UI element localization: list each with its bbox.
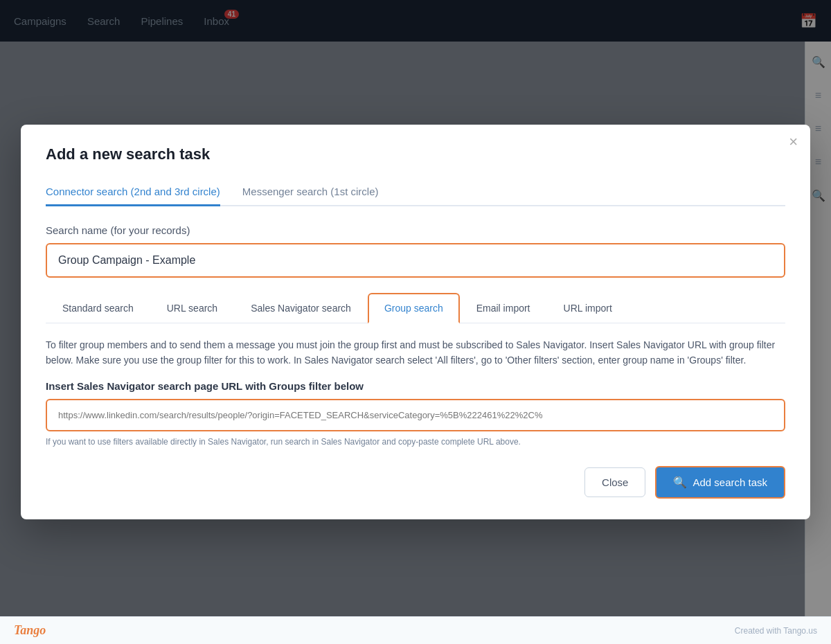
- tango-logo: Tango: [14, 623, 46, 638]
- main-tabs: Connector search (2nd and 3rd circle) Me…: [46, 179, 785, 206]
- url-input[interactable]: [46, 399, 785, 431]
- modal: × Add a new search task Connector search…: [21, 125, 810, 520]
- url-hint: If you want to use filters available dir…: [46, 437, 785, 447]
- add-button-label: Add search task: [692, 476, 767, 488]
- tab-connector-search[interactable]: Connector search (2nd and 3rd circle): [46, 179, 220, 206]
- search-type-tabs: Standard search URL search Sales Navigat…: [46, 293, 785, 323]
- modal-title: Add a new search task: [46, 145, 785, 163]
- url-section-label: Insert Sales Navigator search page URL w…: [46, 380, 785, 392]
- tab-standard-search[interactable]: Standard search: [46, 293, 150, 323]
- modal-footer: Close 🔍 Add search task: [46, 466, 785, 499]
- tab-email-import[interactable]: Email import: [460, 293, 547, 323]
- bottom-bar: Tango Created with Tango.us: [0, 616, 831, 644]
- add-search-task-button[interactable]: 🔍 Add search task: [655, 466, 785, 499]
- close-button[interactable]: Close: [584, 467, 645, 497]
- tab-url-import[interactable]: URL import: [547, 293, 629, 323]
- tab-messenger-search[interactable]: Messenger search (1st circle): [242, 179, 379, 206]
- tab-sales-navigator-search[interactable]: Sales Navigator search: [234, 293, 368, 323]
- tango-credit: Created with Tango.us: [735, 626, 817, 636]
- tab-group-search[interactable]: Group search: [368, 293, 460, 323]
- search-name-label-suffix: (for your records): [107, 224, 190, 236]
- description-text: To filter group members and to send them…: [46, 337, 785, 368]
- modal-close-button[interactable]: ×: [789, 134, 798, 150]
- search-name-label: Search name (for your records): [46, 224, 785, 236]
- modal-overlay: × Add a new search task Connector search…: [0, 0, 831, 644]
- search-name-input[interactable]: [46, 243, 785, 278]
- search-icon: 🔍: [673, 476, 687, 489]
- tab-url-search[interactable]: URL search: [150, 293, 234, 323]
